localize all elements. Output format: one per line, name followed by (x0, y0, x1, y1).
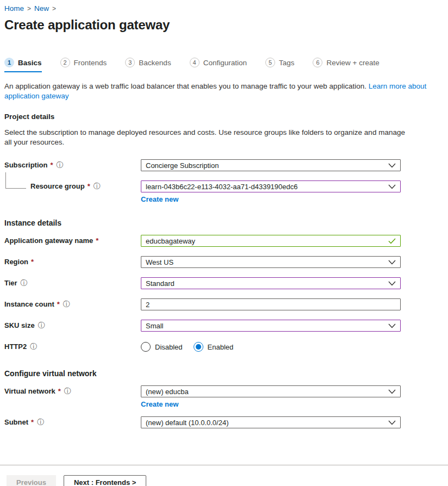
region-label-text: Region (4, 256, 28, 268)
chevron-down-icon (388, 281, 396, 286)
subscription-resource-group-connector (5, 172, 26, 189)
tier-dropdown-value: Standard (146, 279, 175, 288)
region-row: Region * West US (4, 256, 444, 268)
sku-size-label-text: SKU size (4, 320, 35, 332)
subnet-dropdown-value: (new) default (10.0.0.0/24) (146, 419, 228, 427)
tab-configuration[interactable]: 4 Configuration (190, 58, 247, 72)
tab-basics[interactable]: 1 Basics (4, 58, 42, 72)
required-marker: * (57, 298, 60, 310)
tab-review-create-label: Review + create (326, 59, 379, 67)
tab-tags[interactable]: 5 Tags (265, 58, 295, 72)
tier-row: Tier ⓘ Standard (4, 277, 444, 289)
info-icon[interactable]: ⓘ (38, 320, 45, 332)
http2-label-text: HTTP2 (4, 341, 27, 353)
region-dropdown[interactable]: West US (141, 256, 401, 268)
info-icon[interactable]: ⓘ (30, 341, 37, 353)
tab-frontends-number-badge: 2 (60, 58, 70, 67)
resource-group-row: Resource group * ⓘ learn-043b6c22-e113-4… (4, 180, 444, 203)
http2-enabled-radio[interactable]: Enabled (194, 342, 234, 352)
chevron-down-icon (388, 420, 396, 425)
tab-backends-number-badge: 3 (125, 58, 135, 67)
sku-size-row: SKU size ⓘ Small (4, 320, 444, 332)
tab-configuration-label: Configuration (203, 59, 247, 67)
http2-radio-group: Disabled Enabled (141, 341, 401, 353)
virtual-network-label-text: Virtual network (4, 385, 55, 397)
app-gateway-name-label: Application gateway name * (4, 235, 141, 247)
subscription-dropdown-value: Concierge Subscription (146, 161, 219, 170)
required-marker: * (31, 256, 34, 268)
breadcrumb: Home > New > (4, 4, 444, 13)
required-marker: * (88, 180, 90, 192)
resource-group-dropdown[interactable]: learn-043b6c22-e113-4032-aa71-d4339190ed… (141, 180, 401, 192)
chevron-down-icon (388, 184, 396, 189)
tab-backends[interactable]: 3 Backends (125, 58, 171, 72)
chevron-down-icon (388, 260, 396, 265)
chevron-down-icon (388, 389, 396, 394)
breadcrumb-new-link[interactable]: New (34, 4, 49, 13)
breadcrumb-separator-icon: > (27, 5, 31, 13)
tab-review-create-number-badge: 6 (313, 58, 322, 67)
region-dropdown-value: West US (146, 258, 173, 266)
tier-dropdown[interactable]: Standard (141, 277, 401, 289)
required-marker: * (31, 416, 34, 428)
subscription-row: Subscription * ⓘ Concierge Subscription (4, 159, 444, 171)
sku-size-dropdown-value: Small (146, 322, 164, 330)
page-description-text: An application gateway is a web traffic … (4, 82, 369, 90)
info-icon[interactable]: ⓘ (64, 385, 71, 397)
virtual-network-dropdown-value: (new) educba (146, 388, 189, 396)
chevron-down-icon (388, 163, 396, 168)
project-details-description: Select the subscription to manage deploy… (4, 128, 412, 147)
virtual-network-create-new-link[interactable]: Create new (141, 400, 178, 408)
section-heading-project-details: Project details (4, 113, 444, 121)
breadcrumb-home-link[interactable]: Home (4, 4, 24, 13)
wizard-tabs: 1 Basics 2 Frontends 3 Backends 4 Config… (4, 58, 444, 72)
virtual-network-row: Virtual network * ⓘ (new) educba Create … (4, 385, 444, 408)
instance-count-field-wrap (141, 298, 401, 310)
region-label: Region * (4, 256, 141, 268)
previous-button[interactable]: Previous (7, 475, 56, 486)
subnet-label: Subnet * ⓘ (4, 416, 141, 428)
app-gateway-name-input[interactable] (146, 237, 388, 245)
tier-label-text: Tier (4, 277, 17, 289)
sku-size-label: SKU size ⓘ (4, 320, 141, 332)
footer-buttons: Previous Next : Frontends > (7, 475, 146, 486)
tab-basics-number-badge: 1 (4, 58, 14, 67)
tab-tags-number-badge: 5 (265, 58, 275, 67)
resource-group-create-new-link[interactable]: Create new (141, 195, 178, 203)
app-gateway-name-field-wrap (141, 235, 401, 247)
tab-basics-label: Basics (18, 59, 42, 67)
tab-configuration-number-badge: 4 (190, 58, 200, 67)
tab-frontends-label: Frontends (74, 59, 107, 67)
radio-unselected-icon (141, 342, 151, 352)
required-marker: * (50, 159, 53, 171)
info-icon[interactable]: ⓘ (57, 159, 64, 171)
subnet-label-text: Subnet (4, 416, 28, 428)
page-title: Create application gateway (4, 17, 444, 33)
footer-divider (0, 465, 448, 465)
subscription-dropdown[interactable]: Concierge Subscription (141, 159, 401, 171)
subnet-row: Subnet * ⓘ (new) default (10.0.0.0/24) (4, 416, 444, 428)
info-icon[interactable]: ⓘ (94, 180, 101, 192)
sku-size-dropdown[interactable]: Small (141, 320, 401, 332)
info-icon[interactable]: ⓘ (37, 416, 44, 428)
chevron-down-icon (388, 323, 396, 328)
tab-frontends[interactable]: 2 Frontends (60, 58, 107, 72)
info-icon[interactable]: ⓘ (21, 277, 28, 289)
tab-tags-label: Tags (279, 59, 295, 67)
resource-group-dropdown-value: learn-043b6c22-e113-4032-aa71-d4339190ed… (146, 183, 298, 191)
instance-count-row: Instance count * ⓘ (4, 298, 444, 310)
valid-check-icon (388, 238, 396, 244)
section-heading-instance-details: Instance details (4, 219, 444, 227)
http2-row: HTTP2 ⓘ Disabled Enabled (4, 341, 444, 353)
instance-count-input[interactable] (146, 301, 396, 309)
virtual-network-dropdown[interactable]: (new) educba (141, 385, 401, 397)
required-marker: * (58, 385, 61, 397)
tab-review-create[interactable]: 6 Review + create (313, 58, 379, 72)
http2-disabled-radio[interactable]: Disabled (141, 342, 183, 352)
next-frontends-button[interactable]: Next : Frontends > (64, 475, 147, 486)
app-gateway-name-label-text: Application gateway name (4, 235, 93, 247)
tab-backends-label: Backends (139, 59, 171, 67)
subnet-dropdown[interactable]: (new) default (10.0.0.0/24) (141, 416, 401, 428)
resource-group-label-text: Resource group (30, 180, 85, 192)
info-icon[interactable]: ⓘ (63, 298, 70, 310)
